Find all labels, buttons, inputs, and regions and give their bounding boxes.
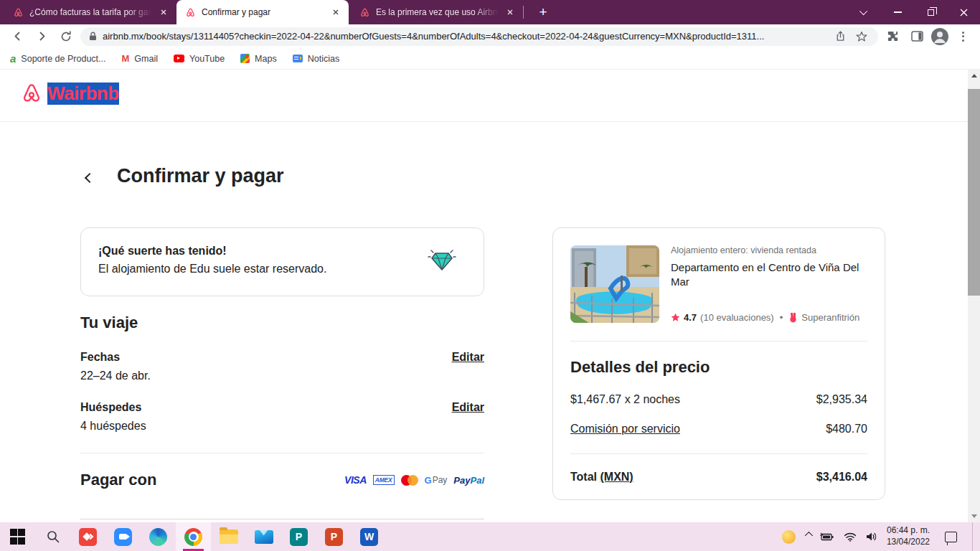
- browser-toolbar: airbnb.mx/book/stays/13114405?checkin=20…: [0, 24, 980, 48]
- tab-billing-question[interactable]: ¿Cómo facturas la tarifa por gast: [4, 0, 176, 24]
- superhost-label: Superanfitrión: [801, 312, 859, 323]
- zoom-app[interactable]: [105, 522, 141, 551]
- airbnb-logo[interactable]: airbnb: [20, 82, 119, 105]
- airbnb-belo-icon: [20, 82, 43, 105]
- chrome-app[interactable]: [176, 522, 211, 551]
- taskbar-clock[interactable]: 06:44 p. m. 13/04/2022: [887, 525, 930, 547]
- restore-button[interactable]: [914, 0, 947, 24]
- close-button[interactable]: [947, 0, 980, 24]
- side-panel-icon[interactable]: [907, 27, 927, 47]
- browser-menu-icon[interactable]: [953, 27, 973, 47]
- bookmark-maps[interactable]: Maps: [240, 54, 277, 64]
- pay-with-section: Pagar con VISA AMEX GPay PayPal: [80, 471, 484, 489]
- start-button[interactable]: [0, 522, 35, 551]
- close-tab-icon[interactable]: [504, 6, 516, 18]
- rating-value: 4.7: [684, 312, 697, 323]
- url-text[interactable]: airbnb.mx/book/stays/13114405?checkin=20…: [103, 31, 826, 42]
- back-icon[interactable]: [7, 27, 27, 47]
- minimize-button[interactable]: [881, 0, 914, 24]
- total-row: Total (MXN) $3,416.04: [570, 471, 867, 484]
- reviews-count: (10 evaluaciones): [700, 312, 774, 323]
- anydesk-app[interactable]: [70, 522, 105, 551]
- service-fee-link[interactable]: Comisión por servicio: [570, 423, 680, 435]
- close-tab-icon[interactable]: [158, 6, 169, 18]
- battery-icon[interactable]: [820, 532, 834, 541]
- superhost-medal-icon: [788, 313, 798, 323]
- tab-first-time-airbnb[interactable]: Es la primera vez que uso Airbnb: [351, 0, 523, 24]
- forward-icon[interactable]: [32, 27, 52, 47]
- extensions-puzzle-icon[interactable]: [882, 27, 903, 47]
- bookmark-youtube[interactable]: YouTube: [174, 54, 225, 64]
- chrome-icon: [184, 528, 202, 546]
- weather-icon[interactable]: [782, 530, 796, 544]
- total-label: Total: [570, 471, 597, 483]
- tab-confirm-and-pay[interactable]: Confirmar y pagar: [176, 0, 349, 24]
- close-tab-icon[interactable]: [330, 6, 341, 18]
- rare-find-title: ¡Qué suerte has tenido!: [98, 245, 466, 258]
- edit-dates-link[interactable]: Editar: [452, 351, 484, 364]
- bookmark-label: Maps: [255, 54, 277, 64]
- listing-type: Alojamiento entero: vivienda rentada: [671, 245, 867, 255]
- action-center-icon[interactable]: [945, 532, 957, 542]
- paypal-icon: PayPal: [453, 475, 484, 486]
- share-icon[interactable]: [832, 29, 848, 44]
- windows-logo-icon: [10, 529, 26, 545]
- edge-app[interactable]: [141, 522, 176, 551]
- star-icon: [671, 313, 680, 322]
- card-input-top-edge: [80, 519, 484, 519]
- reload-icon[interactable]: [56, 27, 76, 47]
- youtube-icon: [174, 55, 184, 62]
- scrollbar-thumb[interactable]: [968, 89, 980, 296]
- site-header: airbnb: [0, 70, 968, 122]
- page-back-button[interactable]: [80, 169, 99, 187]
- scroll-up-icon[interactable]: [968, 70, 980, 82]
- price-details-heading: Detalles del precio: [570, 358, 867, 377]
- file-explorer-icon: [220, 529, 238, 544]
- show-hidden-icons-icon[interactable]: [805, 532, 813, 540]
- powerpoint-app[interactable]: [316, 522, 352, 551]
- tab-search-icon[interactable]: [848, 0, 881, 24]
- file-explorer-app[interactable]: [211, 522, 246, 551]
- scroll-down-icon[interactable]: [968, 510, 980, 522]
- address-bar[interactable]: airbnb.mx/book/stays/13114405?checkin=20…: [80, 27, 878, 46]
- edge-icon: [149, 528, 167, 546]
- airbnb-wordmark: airbnb: [47, 83, 119, 105]
- bookmark-label: Noticias: [308, 54, 339, 64]
- rare-find-subtitle: El alojamiento de Edu suele estar reserv…: [98, 263, 466, 276]
- clock-time: 06:44 p. m.: [887, 525, 930, 537]
- trip-row-dates: Fechas Editar: [80, 351, 484, 364]
- volume-icon[interactable]: [866, 532, 877, 542]
- tab-title: Es la primera vez que uso Airbnb: [376, 7, 499, 17]
- listing-info: Alojamiento entero: vivienda rentada Dep…: [671, 245, 867, 323]
- new-tab-button[interactable]: +: [534, 3, 552, 22]
- bookmark-label: Gmail: [134, 54, 158, 64]
- windows-taskbar: 06:44 p. m. 13/04/2022: [0, 522, 980, 551]
- total-label-group: Total (MXN): [570, 471, 633, 484]
- profile-avatar[interactable]: [931, 28, 948, 45]
- guests-label: Huéspedes: [80, 401, 141, 414]
- page-scrollbar[interactable]: [968, 70, 980, 522]
- search-button[interactable]: [35, 522, 70, 551]
- booking-summary-card: Alojamiento entero: vivienda rentada Dep…: [552, 227, 885, 500]
- bookmark-star-icon[interactable]: [854, 29, 870, 44]
- edit-guests-link[interactable]: Editar: [452, 401, 484, 414]
- currency-link[interactable]: (MXN): [600, 471, 633, 483]
- word-icon: [360, 528, 378, 546]
- zoom-app-icon: [114, 528, 132, 546]
- bookmark-noticias[interactable]: Noticias: [293, 54, 339, 64]
- bookmark-label: YouTube: [189, 54, 225, 64]
- word-app[interactable]: [352, 522, 387, 551]
- show-desktop-button[interactable]: [972, 522, 976, 551]
- screen: ¿Cómo facturas la tarifa por gast Confir…: [0, 0, 980, 551]
- mastercard-icon: [401, 475, 418, 486]
- tab-title: ¿Cómo facturas la tarifa por gast: [29, 7, 152, 17]
- visa-icon: VISA: [344, 474, 367, 486]
- listing-summary: Alojamiento entero: vivienda rentada Dep…: [570, 245, 867, 323]
- wifi-icon[interactable]: [844, 532, 857, 542]
- bookmark-gmail[interactable]: Gmail: [121, 53, 158, 64]
- powerpoint-icon: [325, 528, 343, 546]
- bookmark-soporte[interactable]: Soporte de Product...: [10, 52, 105, 65]
- tab-title: Confirmar y pagar: [202, 7, 324, 17]
- publisher-app[interactable]: [281, 522, 316, 551]
- mail-app[interactable]: [246, 522, 281, 551]
